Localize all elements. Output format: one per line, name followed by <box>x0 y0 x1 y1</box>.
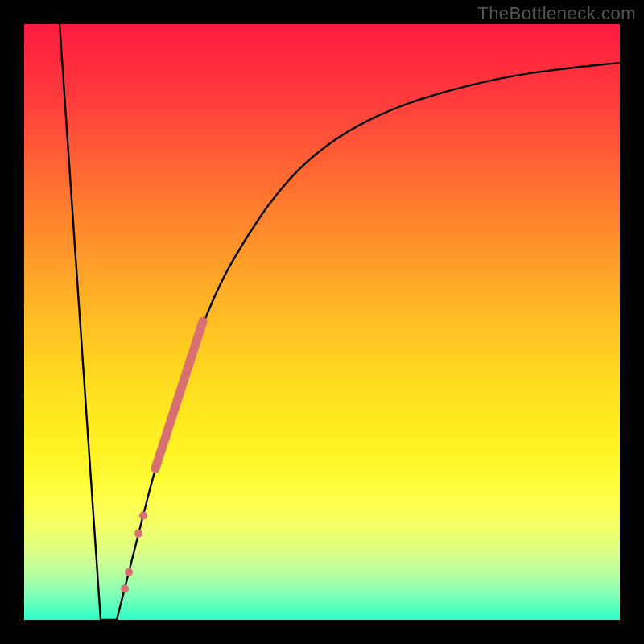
plot-area <box>24 24 620 620</box>
bottleneck-curve <box>60 24 620 620</box>
watermark-text: TheBottleneck.com <box>477 3 636 24</box>
marker-dot <box>121 585 129 593</box>
marker-dot <box>134 530 142 538</box>
chart-frame: TheBottleneck.com <box>0 0 644 644</box>
marker-cluster-segment <box>155 321 203 469</box>
chart-svg <box>24 24 620 620</box>
marker-dot <box>125 568 133 576</box>
marker-dot <box>139 512 147 520</box>
